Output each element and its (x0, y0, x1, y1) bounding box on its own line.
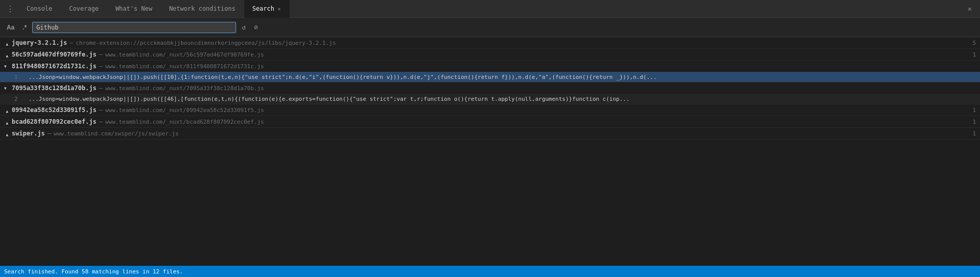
close-window-button[interactable]: ✕ (962, 5, 978, 13)
file-match-count: 5 (972, 40, 976, 46)
match-line-number: 2 (14, 96, 24, 102)
file-name: bcad628f807092cec0ef.js (12, 118, 96, 125)
refresh-icon: ↺ (242, 23, 246, 31)
status-bar: Search finished. Found 58 matching lines… (0, 266, 980, 277)
file-group: ▼7095a33f38c128d1a70b.js — www.teamblind… (0, 82, 980, 104)
tab-search[interactable]: Search ✕ (244, 0, 290, 18)
regex-label: .* (22, 24, 27, 31)
file-name: 7095a33f38c128d1a70b.js (12, 85, 96, 92)
file-path: chrome-extension://pccckmaobkjjbouncdimn… (76, 40, 336, 46)
file-path: www.teamblind.com/_nuxt/bcad628f807092ce… (105, 119, 264, 125)
file-path: www.teamblind.com/_nuxt/09942ea58c52d330… (105, 107, 264, 114)
match-row[interactable]: 1...Jsonp=window.webpackJsonp||[]).push(… (0, 72, 980, 82)
file-match-count: 1 (972, 51, 976, 58)
file-name: 56c597ad467df90769fe.js (12, 51, 96, 58)
case-sensitive-label: Aa (7, 24, 14, 31)
tab-bar: ⋮ Console Coverage What's New Network co… (0, 0, 980, 18)
file-header[interactable]: ▶jquery-3.2.1.js — chrome-extension://pc… (0, 37, 980, 48)
collapse-triangle-icon: ▼ (4, 64, 9, 69)
close-window-icon: ✕ (968, 5, 972, 13)
tab-search-label: Search (252, 5, 274, 12)
tab-network-conditions[interactable]: Network conditions (161, 0, 244, 18)
refresh-button[interactable]: ↺ (239, 22, 248, 32)
file-group: ▼811f9480871672d1731c.js — www.teamblind… (0, 61, 980, 82)
collapse-triangle-icon: ▶ (5, 119, 9, 124)
file-name: swiper.js (12, 130, 45, 137)
collapse-triangle-icon: ▶ (5, 52, 9, 57)
tab-network-conditions-label: Network conditions (169, 5, 236, 12)
tab-coverage-label: Coverage (69, 5, 99, 12)
collapse-triangle-icon: ▶ (5, 107, 9, 113)
file-match-count: 1 (972, 130, 976, 137)
file-match-count: 1 (972, 119, 976, 125)
file-path: www.teamblind.com/_nuxt/7095a33f38c128d1… (105, 85, 264, 92)
collapse-triangle-icon: ▶ (5, 40, 9, 45)
file-match-count: 1 (972, 107, 976, 114)
file-header[interactable]: ▶swiper.js — www.teamblind.com/swiper/js… (0, 128, 980, 139)
more-tabs-button[interactable]: ⋮ (2, 4, 18, 14)
file-group: ▶jquery-3.2.1.js — chrome-extension://pc… (0, 37, 980, 49)
collapse-triangle-icon: ▼ (4, 86, 9, 91)
search-input-wrapper (32, 22, 236, 33)
cancel-icon: ⊘ (254, 23, 258, 31)
file-header[interactable]: ▼811f9480871672d1731c.js — www.teamblind… (0, 61, 980, 72)
tab-whats-new-label: What's New (115, 5, 152, 12)
search-input[interactable] (32, 22, 236, 33)
cancel-button[interactable]: ⊘ (251, 22, 261, 32)
file-separator: — (69, 39, 73, 46)
match-row[interactable]: 2...Jsonp=window.webpackJsonp||[]).push(… (0, 94, 980, 104)
file-header[interactable]: ▼7095a33f38c128d1a70b.js — www.teamblind… (0, 82, 980, 94)
file-separator: — (47, 130, 51, 137)
tab-console[interactable]: Console (18, 0, 61, 18)
tab-console-label: Console (27, 5, 53, 12)
file-separator: — (99, 85, 102, 92)
file-separator: — (99, 51, 102, 58)
match-content: ...Jsonp=window.webpackJsonp||[]).push([… (29, 96, 630, 102)
file-path: www.teamblind.com/_nuxt/811f9480871672d1… (105, 63, 264, 70)
collapse-triangle-icon: ▶ (5, 131, 9, 136)
file-header[interactable]: ▶56c597ad467df90769fe.js — www.teamblind… (0, 49, 980, 60)
file-group: ▶56c597ad467df90769fe.js — www.teamblind… (0, 49, 980, 61)
search-toolbar: Aa .* ↺ ⊘ (0, 18, 980, 37)
file-group: ▶swiper.js — www.teamblind.com/swiper/js… (0, 128, 980, 140)
match-line-number: 1 (14, 74, 24, 80)
dots-icon: ⋮ (6, 4, 14, 14)
file-path: www.teamblind.com/_nuxt/56c597ad467df907… (105, 51, 264, 58)
results-area[interactable]: ▶jquery-3.2.1.js — chrome-extension://pc… (0, 37, 980, 266)
file-separator: — (99, 63, 102, 70)
case-sensitive-button[interactable]: Aa (4, 23, 17, 32)
file-group: ▶bcad628f807092cec0ef.js — www.teamblind… (0, 116, 980, 128)
file-header[interactable]: ▶bcad628f807092cec0ef.js — www.teamblind… (0, 116, 980, 127)
tab-coverage[interactable]: Coverage (61, 0, 108, 18)
file-group: ▶09942ea58c52d33091f5.js — www.teamblind… (0, 104, 980, 116)
file-name: 811f9480871672d1731c.js (12, 63, 96, 70)
file-separator: — (99, 118, 102, 125)
regex-button[interactable]: .* (20, 23, 29, 32)
file-separator: — (99, 106, 102, 114)
file-name: jquery-3.2.1.js (12, 39, 67, 46)
tab-whats-new[interactable]: What's New (107, 0, 161, 18)
status-text: Search finished. Found 58 matching lines… (4, 268, 183, 275)
file-name: 09942ea58c52d33091f5.js (12, 106, 96, 114)
file-header[interactable]: ▶09942ea58c52d33091f5.js — www.teamblind… (0, 104, 980, 116)
match-content: ...Jsonp=window.webpackJsonp||[]).push([… (29, 74, 657, 80)
tab-search-close[interactable]: ✕ (277, 6, 281, 12)
file-path: www.teamblind.com/swiper/js/swiper.js (54, 130, 178, 137)
